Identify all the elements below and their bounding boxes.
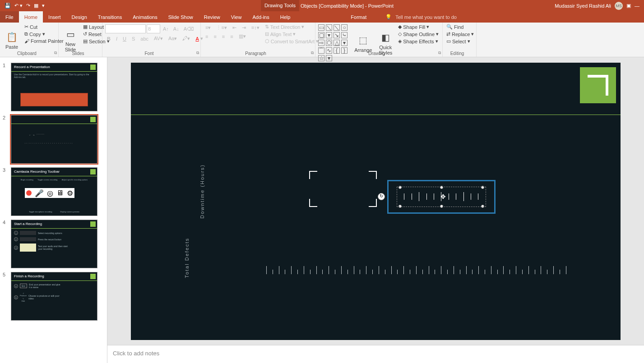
thumb-preview[interactable]: ⌐ ¬ '''''' ' ' ' ' ' ' ' ' ' ' ' ' ' ' '… bbox=[11, 115, 97, 164]
paragraph-launcher-icon[interactable]: ⧉ bbox=[311, 51, 314, 55]
thumb-preview[interactable]: Camtasia Recording Toolbar Begin recordi… bbox=[11, 167, 97, 216]
thumb-preview[interactable]: Start a Recording 1Select recording opti… bbox=[11, 220, 97, 268]
strikethrough-icon[interactable]: abc bbox=[139, 35, 150, 42]
l: Begin recording bbox=[21, 179, 33, 181]
tab-view[interactable]: View bbox=[226, 11, 247, 23]
tab-slideshow[interactable]: Slide Show bbox=[163, 11, 199, 23]
slide-canvas[interactable]: Downtime (Hours) Total Defects ↻ bbox=[131, 63, 621, 340]
start-from-beginning-icon[interactable]: ▦ bbox=[34, 3, 38, 9]
group-drawing: ▭＼＼○▢▾ ↘⤷⇨⬡△▾ ⌒∿{}☆▾ ⬚Arrange ◧Quick Sty… bbox=[315, 23, 443, 57]
arrange-icon: ⬚ bbox=[356, 33, 371, 47]
minimize-icon[interactable]: — bbox=[635, 3, 639, 9]
numbering-icon[interactable]: ⋮≡▾ bbox=[214, 24, 228, 31]
thumbnail-2[interactable]: 2 ⌐ ¬ '''''' ' ' ' ' ' ' ' ' ' ' ' ' ' '… bbox=[0, 113, 107, 165]
tell-me-search[interactable]: 💡 Tell me what you want to do bbox=[385, 11, 457, 23]
replace-button[interactable]: ⇄ Replace ▾ bbox=[445, 31, 476, 37]
align-center-icon[interactable]: ≡ bbox=[212, 33, 218, 40]
shape-hex-icon[interactable]: ⬡ bbox=[326, 40, 332, 46]
font-size-input[interactable] bbox=[147, 24, 160, 33]
shape-line-icon[interactable]: ＼ bbox=[326, 24, 332, 31]
shape-rect-icon[interactable]: ▭ bbox=[318, 24, 324, 31]
thumbnail-3[interactable]: 3 Camtasia Recording Toolbar Begin recor… bbox=[0, 165, 107, 218]
redo-icon[interactable]: ↷ bbox=[26, 3, 30, 9]
save-icon[interactable]: 💾 bbox=[5, 3, 11, 9]
shape-effects-button[interactable]: ◈ Shape Effects ▾ bbox=[396, 38, 440, 45]
tab-file[interactable]: File bbox=[0, 11, 19, 23]
undo-icon[interactable]: ↶ ▾ bbox=[14, 3, 23, 9]
thumb-number: 1 bbox=[3, 63, 8, 111]
thumb4-steps: 1Select recording options 2Press the rec… bbox=[14, 231, 94, 252]
font-name-input[interactable] bbox=[105, 24, 146, 33]
shape-more2-icon[interactable]: ▾ bbox=[341, 40, 347, 46]
tab-animations[interactable]: Animations bbox=[127, 11, 162, 23]
tab-insert[interactable]: Insert bbox=[43, 11, 66, 23]
selected-shape[interactable]: ↻ ✥ bbox=[387, 180, 496, 214]
decrease-font-icon[interactable]: A↓ bbox=[171, 26, 181, 32]
shape-elbow-icon[interactable]: ⤷ bbox=[341, 32, 347, 38]
find-button[interactable]: 🔍 Find bbox=[445, 23, 476, 30]
decrease-indent-icon[interactable]: ⇤ bbox=[231, 24, 238, 31]
thumb-preview[interactable]: Record a Presentation Use the Camtasia A… bbox=[11, 63, 97, 111]
layout-icon: ▦ bbox=[83, 24, 88, 30]
arrange-button[interactable]: ⬚Arrange bbox=[352, 23, 375, 62]
text-direction-button[interactable]: ⇅ Text Direction ▾ bbox=[263, 23, 320, 30]
align-text-button[interactable]: ⊟ Align Text ▾ bbox=[263, 31, 320, 37]
qat-customize-icon[interactable]: ▾ bbox=[42, 3, 45, 9]
tab-addins[interactable]: Add-ins bbox=[247, 11, 274, 23]
thumbnail-4[interactable]: 4 Start a Recording 1Select recording op… bbox=[0, 218, 107, 270]
font-launcher-icon[interactable]: ⧉ bbox=[196, 51, 199, 55]
underline-icon[interactable]: U bbox=[121, 35, 128, 42]
tab-home[interactable]: Home bbox=[19, 11, 43, 23]
quick-styles-button[interactable]: ◧Quick Styles bbox=[375, 23, 395, 62]
tab-review[interactable]: Review bbox=[199, 11, 226, 23]
align-right-icon[interactable]: ≡ bbox=[220, 33, 227, 40]
tab-transitions[interactable]: Transitions bbox=[93, 11, 127, 23]
shape-outline-button[interactable]: ◇ Shape Outline ▾ bbox=[396, 31, 440, 37]
group-editing: 🔍 Find ⇄ Replace ▾ ▭ Select ▾ Editing bbox=[443, 23, 477, 57]
highlight-icon[interactable]: 🖍▾ bbox=[181, 35, 192, 42]
align-left-icon[interactable]: ≡ bbox=[204, 33, 210, 40]
clipboard-launcher-icon[interactable]: ⧉ bbox=[54, 51, 57, 55]
convert-smartart-button[interactable]: ⬡ Convert to SmartArt ▾ bbox=[263, 38, 320, 45]
increase-font-icon[interactable]: A↑ bbox=[161, 26, 171, 32]
shape-roundrect-icon[interactable]: ▢ bbox=[318, 32, 324, 38]
shape-oval-icon[interactable]: ○ bbox=[341, 24, 347, 31]
change-case-icon[interactable]: Aa▾ bbox=[167, 35, 179, 42]
axis-label-downtime: Downtime (Hours) bbox=[199, 164, 205, 219]
shapes-gallery[interactable]: ▭＼＼○▢▾ ↘⤷⇨⬡△▾ ⌒∿{}☆▾ bbox=[317, 23, 351, 62]
thumb-title-text: Camtasia Recording Toolbar bbox=[14, 170, 60, 174]
shape-arrow-icon[interactable]: ↘ bbox=[334, 32, 340, 38]
clear-formatting-icon[interactable]: A⌫ bbox=[182, 26, 196, 32]
notes-pane[interactable]: Click to add notes bbox=[107, 345, 644, 363]
user-name[interactable]: Mudassir Syed Rashid Ali bbox=[555, 3, 611, 9]
line-spacing-icon[interactable]: ≡↕▾ bbox=[250, 24, 261, 31]
columns-icon[interactable]: ▥▾ bbox=[237, 33, 248, 40]
shape-tri-icon[interactable]: △ bbox=[334, 40, 340, 46]
slide-thumbnail-panel[interactable]: 1 Record a Presentation Use the Camtasia… bbox=[0, 57, 107, 363]
tell-me-placeholder: Tell me what you want to do bbox=[395, 14, 457, 20]
drawing-launcher-icon[interactable]: ⧉ bbox=[438, 51, 441, 55]
shape-fill-button[interactable]: ◆ Shape Fill ▾ bbox=[396, 23, 440, 30]
italic-icon[interactable]: I bbox=[114, 35, 119, 42]
rotate-handle-icon[interactable]: ↻ bbox=[378, 193, 385, 200]
tab-format[interactable]: Format bbox=[345, 11, 372, 23]
shape-arrow2-icon[interactable]: ⇨ bbox=[318, 40, 324, 46]
user-avatar[interactable]: MS bbox=[615, 2, 623, 10]
shadow-icon[interactable]: S bbox=[130, 35, 137, 42]
tab-design[interactable]: Design bbox=[66, 11, 93, 23]
thumbnail-5[interactable]: 5 Finish a Recording 4EscEnd your presen… bbox=[0, 270, 107, 322]
tab-help[interactable]: Help bbox=[275, 11, 296, 23]
shape-more1-icon[interactable]: ▾ bbox=[326, 32, 332, 38]
thumb-preview[interactable]: Finish a Recording 4EscEnd your presenta… bbox=[11, 272, 97, 321]
bullets-icon[interactable]: ≡▾ bbox=[204, 24, 213, 31]
bold-icon[interactable]: B bbox=[105, 35, 112, 42]
ribbon-options-icon[interactable]: ▣ bbox=[626, 3, 631, 9]
shape-line2-icon[interactable]: ＼ bbox=[334, 24, 340, 31]
s: Press the record button bbox=[38, 238, 61, 241]
select-button[interactable]: ▭ Select ▾ bbox=[445, 38, 476, 45]
justify-icon[interactable]: ≡ bbox=[228, 33, 235, 40]
canvas-viewport[interactable]: Downtime (Hours) Total Defects ↻ bbox=[107, 57, 644, 345]
char-spacing-icon[interactable]: AV▾ bbox=[152, 35, 165, 42]
increase-indent-icon[interactable]: ⇥ bbox=[240, 24, 248, 31]
thumbnail-1[interactable]: 1 Record a Presentation Use the Camtasia… bbox=[0, 61, 107, 113]
